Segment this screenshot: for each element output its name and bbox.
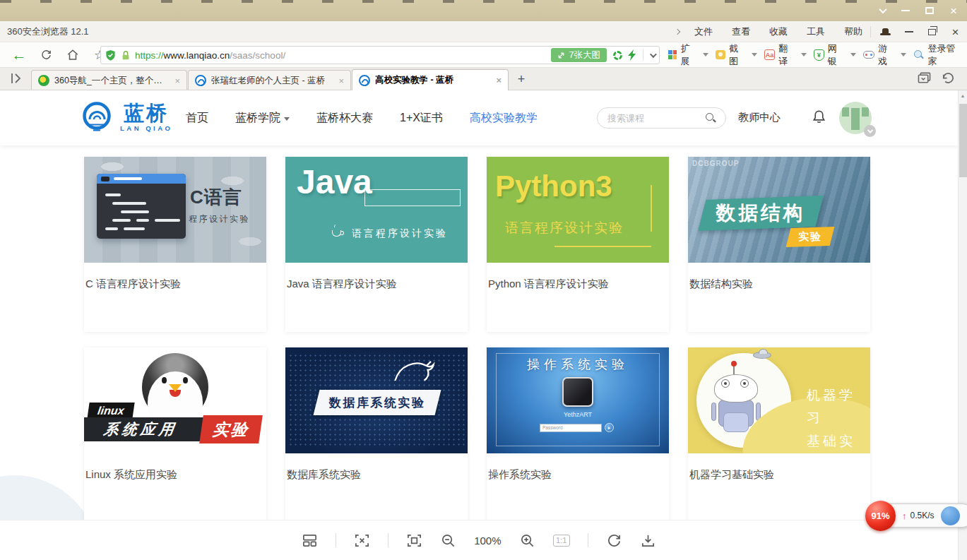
course-card-c[interactable]: C语言 程序设计实验 C 语言程序设计实验: [84, 157, 266, 332]
dolphin-icon: [391, 355, 441, 384]
avatar-dropdown-button[interactable]: [864, 125, 876, 137]
thumbnail-layout-button[interactable]: [302, 532, 318, 549]
restore-button-inner[interactable]: [920, 21, 944, 42]
bell-icon: [811, 109, 827, 126]
menu-view[interactable]: 查看: [732, 25, 750, 38]
reload-button[interactable]: [32, 42, 59, 67]
lightning-speed-icon[interactable]: [628, 49, 636, 61]
ufo-icon: [753, 352, 771, 359]
lanqiao-logo[interactable]: 蓝桥 LAN QIAO: [80, 100, 172, 134]
minimize-button-inner[interactable]: [897, 21, 920, 42]
menu-file[interactable]: 文件: [694, 25, 713, 38]
logo-text: 蓝桥 LAN QIAO: [120, 102, 172, 131]
home-button[interactable]: [59, 42, 86, 67]
nav-school-lab-active[interactable]: 高校实验教学: [470, 111, 538, 126]
menu-tools[interactable]: 工具: [807, 25, 825, 38]
minimize-button[interactable]: [895, 0, 916, 21]
tab-list-button[interactable]: [918, 72, 931, 85]
logo-text-cn: 蓝桥: [120, 102, 172, 124]
nav-competition[interactable]: 蓝桥杯大赛: [316, 111, 373, 126]
speed-widget[interactable]: 91% ↑ 0.5K/s: [868, 504, 967, 528]
tab-360-nav[interactable]: 360导航_一个主页，整个世界 ×: [31, 70, 187, 90]
photo-shutter-icon[interactable]: [613, 51, 622, 60]
course-card-database[interactable]: 数据库系统实验 数据库系统实验: [285, 347, 468, 523]
chevron-down-icon: [901, 53, 906, 56]
menu-help[interactable]: 帮助: [844, 25, 862, 38]
gamepad-icon: [863, 51, 874, 59]
lock-icon: [121, 50, 131, 61]
layout-grid-icon: [302, 532, 318, 549]
search-icon[interactable]: [706, 113, 716, 124]
home-icon: [66, 49, 79, 61]
tab-close-icon[interactable]: ×: [496, 76, 502, 85]
hat-icon: [880, 28, 891, 35]
nav-academy[interactable]: 蓝桥学院: [235, 111, 290, 126]
cover-subtitle: 语言程序设计实验: [505, 219, 624, 237]
zoom-in-button[interactable]: [519, 532, 535, 549]
tab-title: 360导航_一个主页，整个世界: [54, 75, 169, 87]
download-manager-ball[interactable]: [941, 506, 960, 525]
extensions-button[interactable]: 扩展: [665, 46, 712, 64]
actual-size-button[interactable]: 1:1: [553, 535, 570, 547]
capture-region-icon: [354, 532, 370, 549]
page-scrollbar[interactable]: ▲: [958, 90, 967, 560]
course-card-os[interactable]: 操作系统实验 YethzART Password ▸ 操作系统实验: [487, 347, 669, 523]
region-capture-button[interactable]: [354, 532, 370, 549]
course-card-linux[interactable]: linux 系统应用 实验 Linux 系统应用实验: [84, 347, 266, 523]
translate-button[interactable]: 翻译: [761, 46, 810, 64]
tab-school-lab-active[interactable]: 高校实验教学 - 蓝桥 ×: [352, 69, 509, 90]
tab-close-icon[interactable]: ×: [174, 76, 180, 85]
notifications-button[interactable]: [811, 109, 827, 126]
course-card-python[interactable]: Python3 语言程序设计实验 Python 语言程序设计实验: [487, 157, 669, 332]
nav-home[interactable]: 首页: [186, 111, 208, 126]
reopen-closed-tab-button[interactable]: [941, 72, 954, 85]
big-images-badge[interactable]: 7张大图: [551, 48, 607, 62]
favicon-lanqiao-icon: [195, 75, 206, 86]
course-title: 数据库系统实验: [285, 453, 468, 482]
nav-certificate[interactable]: 1+X证书: [400, 111, 443, 126]
rotate-button[interactable]: [606, 532, 622, 549]
course-title: C 语言程序设计实验: [84, 263, 266, 291]
titlebar-chevron-button[interactable]: [872, 0, 894, 21]
course-card-java[interactable]: Java 语言程序设计实验 Java 语言程序设计实验: [285, 157, 468, 332]
scrollbar-thumb[interactable]: [959, 104, 967, 177]
close-window-button[interactable]: ×: [943, 0, 964, 21]
web-page: 蓝桥 LAN QIAO 首页 蓝桥学院 蓝桥杯大赛 1+X证书 高校实验教学 教…: [0, 90, 967, 560]
tab-title: 张瑞红老师的个人主页 - 蓝桥: [211, 75, 333, 87]
favicon-360-nav-icon: [38, 75, 49, 86]
url-dropdown-chevron-icon[interactable]: [650, 51, 657, 58]
url-host: www.lanqiao.cn: [164, 50, 230, 61]
teacher-center-link[interactable]: 教师中心: [738, 111, 781, 124]
cover-badge: 实验: [798, 230, 822, 244]
new-tab-button[interactable]: +: [514, 71, 529, 87]
url-path: /saas/school/: [230, 50, 285, 61]
java-cup-icon: [332, 230, 341, 237]
tab-close-icon[interactable]: ×: [338, 76, 344, 85]
sidebar-expand-icon: [10, 73, 23, 84]
memory-usage-ball[interactable]: 91%: [865, 501, 896, 531]
boss-key-button[interactable]: [874, 21, 897, 42]
course-card-data-structures[interactable]: DCBGROUP 数据结构 实验 数据结构实验: [688, 157, 870, 332]
search-input[interactable]: [607, 109, 703, 127]
maximize-button[interactable]: [919, 0, 940, 21]
online-banking-button[interactable]: 网银: [810, 46, 859, 64]
fit-screen-button[interactable]: [406, 532, 422, 549]
course-card-ml[interactable]: 机器学习 基础实验 机器学习基础实验: [688, 347, 870, 523]
login-manager-button[interactable]: 登录管家: [910, 46, 967, 64]
games-button[interactable]: 游戏: [860, 46, 910, 64]
background-window-artifacts: [0, 0, 967, 3]
scroll-up-arrow[interactable]: ▲: [959, 90, 967, 100]
tab-bar-right-controls: [918, 72, 954, 85]
sidebar-toggle-button[interactable]: [10, 73, 24, 85]
zoom-out-button[interactable]: [440, 532, 456, 549]
menu-favorites[interactable]: 收藏: [769, 25, 788, 38]
close-button-inner[interactable]: ×: [944, 21, 967, 42]
download-button[interactable]: [640, 532, 656, 549]
tab-teacher-homepage[interactable]: 张瑞红老师的个人主页 - 蓝桥 ×: [188, 70, 351, 90]
banking-label: 网银: [828, 42, 846, 68]
back-button[interactable]: ←: [6, 42, 32, 67]
address-bar[interactable]: https://www.lanqiao.cn/saas/school/ 7张大图: [100, 46, 660, 64]
menu-overflow-chevron-icon[interactable]: [675, 29, 680, 35]
zoom-out-icon: [440, 532, 456, 549]
screenshot-button[interactable]: 截图: [712, 46, 760, 64]
